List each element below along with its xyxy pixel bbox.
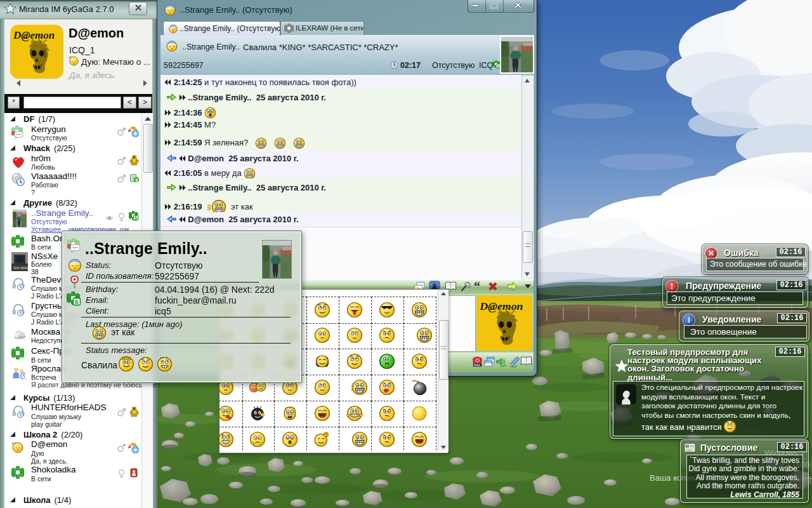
svg-text:D@emon: D@emon [13,29,55,41]
svg-text:D@emon: D@emon [479,300,523,312]
